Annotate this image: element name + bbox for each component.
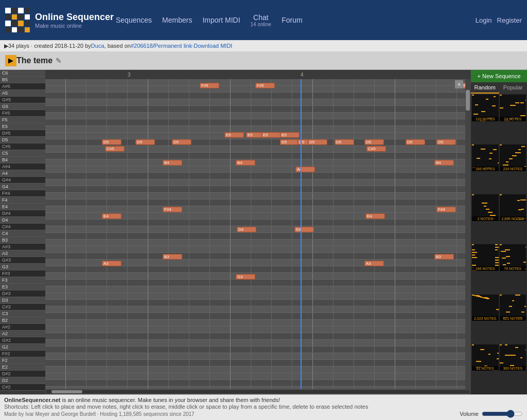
note[interactable]: F#4 xyxy=(163,207,182,212)
grid-cell[interactable] xyxy=(251,373,272,379)
grid-cell[interactable] xyxy=(169,133,189,139)
piano-key-d5[interactable]: D5 xyxy=(0,137,45,143)
grid-cell[interactable] xyxy=(169,286,189,293)
grid-cell[interactable] xyxy=(169,313,189,319)
grid-cell[interactable] xyxy=(148,333,169,339)
piano-key-as3[interactable]: A#3 xyxy=(0,244,45,250)
grid-cell[interactable] xyxy=(251,293,272,299)
grid-cell[interactable] xyxy=(148,113,169,119)
grid-cell[interactable] xyxy=(395,313,416,319)
grid-cell[interactable] xyxy=(333,273,354,279)
grid-cell[interactable] xyxy=(313,199,333,206)
grid-cell[interactable] xyxy=(251,266,272,272)
grid-cell[interactable] xyxy=(416,153,436,159)
grid-cell[interactable] xyxy=(436,86,457,92)
nav-members[interactable]: Members xyxy=(162,16,192,24)
grid-cell[interactable] xyxy=(272,373,292,379)
grid-cell[interactable] xyxy=(128,119,148,125)
grid-cell[interactable] xyxy=(66,373,86,379)
grid-row-d4[interactable] xyxy=(45,226,470,233)
grid-cell[interactable] xyxy=(148,320,169,326)
grid-cell[interactable] xyxy=(416,286,436,293)
grid-cell[interactable] xyxy=(354,220,375,226)
grid-cell[interactable] xyxy=(189,193,210,199)
grid-cell[interactable] xyxy=(354,367,375,373)
grid-row-b2[interactable] xyxy=(45,326,470,333)
grid-cell[interactable] xyxy=(210,300,231,306)
grid-cell[interactable] xyxy=(148,360,169,366)
grid-cell[interactable] xyxy=(292,333,313,339)
grid-cell[interactable] xyxy=(354,119,375,125)
grid-cell[interactable] xyxy=(148,93,169,99)
piano-key-ds3[interactable]: D#3 xyxy=(0,290,45,297)
grid-cell[interactable] xyxy=(86,313,107,319)
grid-cell[interactable] xyxy=(148,79,169,85)
grid-cell[interactable] xyxy=(313,353,333,359)
grid-cell[interactable] xyxy=(292,179,313,186)
grid-cell[interactable] xyxy=(416,199,436,206)
thumb-item[interactable]: 24 NOTES xyxy=(500,95,526,121)
grid-cell[interactable] xyxy=(189,387,210,389)
info-author[interactable]: Duca xyxy=(91,43,104,49)
grid-cell[interactable] xyxy=(107,126,128,132)
grid-cell[interactable] xyxy=(66,133,86,139)
grid-cell[interactable] xyxy=(128,353,148,359)
grid-cell[interactable] xyxy=(272,206,292,212)
grid-cell[interactable] xyxy=(169,126,189,132)
grid-cell[interactable] xyxy=(313,206,333,212)
grid-cell[interactable] xyxy=(231,333,251,339)
note[interactable]: D5 xyxy=(172,139,191,145)
grid-cell[interactable] xyxy=(169,360,189,366)
grid-cell[interactable] xyxy=(128,360,148,366)
grid-cell[interactable] xyxy=(66,166,86,172)
piano-key-e3[interactable]: E3 xyxy=(0,284,45,290)
grid-cell[interactable] xyxy=(148,280,169,286)
grid-cell[interactable] xyxy=(231,166,251,172)
grid-cell[interactable] xyxy=(231,106,251,112)
grid-cell[interactable] xyxy=(45,226,66,232)
grid-cell[interactable] xyxy=(292,146,313,152)
grid-cell[interactable] xyxy=(292,373,313,379)
grid-cell[interactable] xyxy=(128,266,148,272)
grid-cell[interactable] xyxy=(169,86,189,92)
grid-cell[interactable] xyxy=(148,166,169,172)
grid-cell[interactable] xyxy=(395,206,416,212)
grid-cell[interactable] xyxy=(416,113,436,119)
grid-cell[interactable] xyxy=(272,159,292,166)
grid-cell[interactable] xyxy=(66,86,86,92)
grid-cell[interactable] xyxy=(395,306,416,313)
grid-cell[interactable] xyxy=(272,199,292,206)
grid-cell[interactable] xyxy=(86,286,107,293)
grid-cell[interactable] xyxy=(86,119,107,125)
grid-cell[interactable] xyxy=(395,186,416,192)
grid-row-a5[interactable] xyxy=(45,99,470,106)
grid-cell[interactable] xyxy=(128,273,148,279)
piano-key-fs2[interactable]: F#2 xyxy=(0,351,45,357)
grid-cell[interactable] xyxy=(231,373,251,379)
grid-cell[interactable] xyxy=(169,353,189,359)
grid-cell[interactable] xyxy=(86,346,107,353)
grid-cell[interactable] xyxy=(416,326,436,333)
piano-key-g4[interactable]: G4 xyxy=(0,184,45,190)
grid-cell[interactable] xyxy=(292,380,313,386)
grid-cell[interactable] xyxy=(45,166,66,172)
grid-cell[interactable] xyxy=(416,166,436,172)
grid-cell[interactable] xyxy=(416,353,436,359)
grid-cell[interactable] xyxy=(333,113,354,119)
grid-cell[interactable] xyxy=(45,233,66,239)
grid-cell[interactable] xyxy=(231,320,251,326)
grid-cell[interactable] xyxy=(66,273,86,279)
grid-cell[interactable] xyxy=(395,340,416,346)
grid-cell[interactable] xyxy=(272,333,292,339)
grid-cell[interactable] xyxy=(169,306,189,313)
grid-cell[interactable] xyxy=(292,106,313,112)
note[interactable]: E5 xyxy=(224,132,244,138)
grid-cell[interactable] xyxy=(251,246,272,252)
grid-cell[interactable] xyxy=(354,326,375,333)
grid-cell[interactable] xyxy=(251,346,272,353)
grid-cell[interactable] xyxy=(128,326,148,333)
grid-cell[interactable] xyxy=(169,119,189,125)
grid-cell[interactable] xyxy=(189,166,210,172)
grid-row-ds3[interactable] xyxy=(45,300,470,306)
grid-cell[interactable] xyxy=(292,220,313,226)
